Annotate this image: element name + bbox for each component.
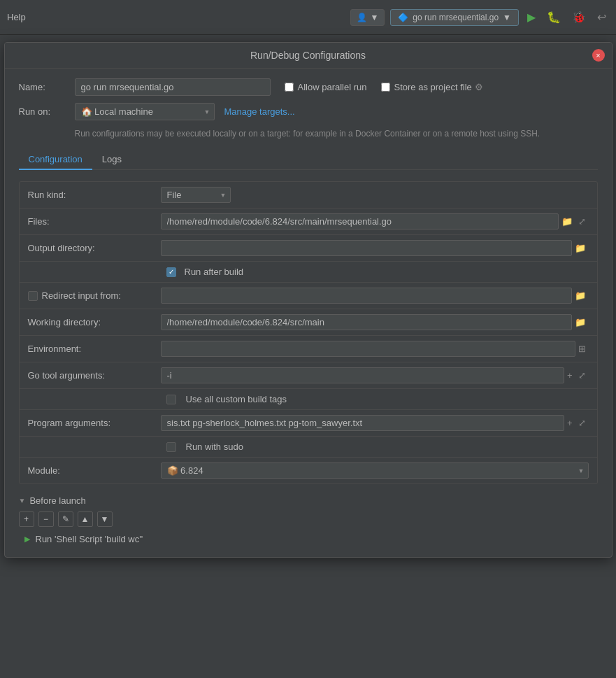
run-after-build-checkbox-icon: ✓ — [166, 267, 176, 277]
redirect-checkbox-icon[interactable] — [28, 291, 38, 301]
config-form: Run kind: File Files: — [19, 181, 598, 484]
menu-help[interactable]: Help — [7, 12, 26, 22]
run-kind-row: Run kind: File — [20, 182, 597, 209]
environment-label: Environment: — [28, 344, 161, 354]
before-launch-edit-button[interactable]: ✎ — [58, 511, 73, 527]
run-config-label: go run mrsequential.go — [413, 13, 499, 22]
collapse-arrow-icon[interactable]: ▼ — [19, 497, 26, 504]
go-tool-args-add-button[interactable]: + — [564, 369, 575, 382]
manage-targets-link[interactable]: Manage targets... — [224, 106, 295, 117]
module-label: Module: — [28, 465, 161, 476]
custom-tags-row: Use all custom build tags — [20, 389, 597, 410]
back-button[interactable]: ↩ — [594, 8, 609, 27]
custom-tags-checkbox-icon[interactable] — [166, 395, 176, 404]
dialog-body: Name: Allow parallel run Store as projec… — [5, 69, 612, 557]
before-launch-down-button[interactable]: ▼ — [97, 511, 113, 527]
run-with-sudo-row: Run with sudo — [20, 437, 597, 458]
store-project-text: Store as project file — [394, 82, 472, 92]
go-tool-args-expand-button[interactable]: ⤢ — [575, 369, 589, 382]
working-dir-value-area: 📁 — [161, 314, 589, 330]
run-with-sudo-label[interactable]: Run with sudo — [186, 442, 243, 452]
hint-text: Run configurations may be executed local… — [75, 127, 598, 140]
program-args-add-button[interactable]: + — [564, 416, 575, 430]
program-args-row: Program arguments: + ⤢ — [20, 410, 597, 437]
program-args-input[interactable] — [161, 415, 564, 431]
output-dir-input[interactable] — [161, 240, 572, 256]
run-after-build-label[interactable]: Run after build — [185, 267, 244, 277]
module-row: Module: 📦 6.824 — [20, 458, 597, 483]
custom-tags-label[interactable]: Use all custom build tags — [186, 394, 287, 404]
before-launch-item: ▶ Run 'Shell Script 'build wc'' — [19, 531, 598, 547]
environment-value-area: ⊞ — [161, 341, 589, 357]
close-button[interactable]: × — [592, 49, 605, 62]
before-launch-toolbar: + − ✎ ▲ ▼ — [19, 511, 598, 527]
plus-icon: + — [567, 370, 573, 381]
dialog-overlay: Run/Debug Configurations × Name: Allow p… — [4, 42, 613, 558]
debug-button[interactable]: 🐛 — [544, 8, 564, 27]
tab-configuration[interactable]: Configuration — [19, 150, 92, 170]
store-project-checkbox[interactable] — [381, 83, 390, 92]
run-kind-select-wrap: File — [161, 187, 231, 203]
files-expand-button[interactable]: ⤢ — [575, 215, 589, 228]
program-args-label: Program arguments: — [28, 418, 161, 428]
menu-area: Help — [7, 12, 26, 22]
run-on-row: Run on: 🏠 Local machine Manage targets..… — [19, 103, 598, 120]
run-kind-value-area: File — [161, 187, 589, 203]
files-label: Files: — [28, 216, 161, 227]
working-dir-row: Working directory: 📁 — [20, 309, 597, 336]
toolbar-center: 👤 ▼ 🔷 go run mrsequential.go ▼ ▶ 🐛 🐞 ↩ — [350, 8, 609, 27]
files-value-area: 📁 ⤢ — [161, 213, 589, 229]
go-tool-args-label: Go tool arguments: — [28, 370, 161, 381]
output-dir-folder-button[interactable]: 📁 — [572, 241, 589, 255]
before-launch-section: ▼ Before launch + − ✎ ▲ ▼ ▶ Run 'Shell S… — [19, 495, 598, 547]
redirect-input-label: Redirect input from: — [42, 290, 121, 301]
before-launch-item-label: Run 'Shell Script 'build wc'' — [36, 534, 143, 544]
redirect-input-field[interactable] — [161, 288, 572, 304]
go-tool-args-input[interactable] — [161, 367, 564, 383]
name-label: Name: — [19, 82, 75, 92]
settings-icon[interactable]: ⚙ — [475, 82, 483, 92]
program-args-expand-button[interactable]: ⤢ — [575, 416, 589, 430]
environment-expand-button[interactable]: ⊞ — [575, 342, 589, 355]
run-with-sudo-checkbox-icon[interactable] — [166, 442, 176, 452]
files-input[interactable] — [161, 213, 559, 229]
store-project-label: Store as project file — [381, 82, 472, 92]
run-kind-select[interactable]: File — [161, 187, 231, 203]
allow-parallel-checkbox[interactable] — [285, 83, 294, 92]
run-config-button[interactable]: 🔷 go run mrsequential.go ▼ — [390, 9, 519, 26]
redirect-input-row: Redirect input from: 📁 — [20, 283, 597, 309]
debug2-button[interactable]: 🐞 — [569, 8, 589, 27]
working-dir-folder-button[interactable]: 📁 — [572, 316, 589, 329]
redirect-value-area: 📁 — [161, 288, 589, 304]
run-config-dropdown-icon: ▼ — [503, 13, 511, 22]
dialog-title-bar: Run/Debug Configurations × — [5, 43, 612, 69]
module-value-area: 📦 6.824 — [161, 462, 589, 479]
name-input[interactable] — [75, 78, 271, 96]
before-launch-up-button[interactable]: ▲ — [78, 511, 93, 527]
working-folder-icon: 📁 — [575, 317, 586, 327]
run-button[interactable]: ▶ — [524, 8, 538, 27]
user-dropdown-arrow: ▼ — [370, 13, 378, 22]
go-tool-args-value-area: + ⤢ — [161, 367, 589, 383]
files-row: Files: 📁 ⤢ — [20, 209, 597, 235]
environment-input[interactable] — [161, 341, 575, 357]
go-tool-args-row: Go tool arguments: + ⤢ — [20, 362, 597, 389]
module-select[interactable]: 📦 6.824 — [161, 462, 589, 479]
redirect-folder-icon: 📁 — [575, 290, 586, 301]
run-on-select[interactable]: 🏠 Local machine — [75, 103, 215, 120]
before-launch-add-button[interactable]: + — [19, 511, 34, 527]
files-folder-button[interactable]: 📁 — [559, 215, 575, 228]
output-dir-row: Output directory: 📁 — [20, 235, 597, 262]
user-button[interactable]: 👤 ▼ — [350, 9, 385, 26]
working-dir-label: Working directory: — [28, 317, 161, 327]
before-launch-remove-button[interactable]: − — [38, 511, 54, 527]
run-after-build-row: ✓ Run after build — [20, 262, 597, 283]
module-select-wrap: 📦 6.824 — [161, 462, 589, 479]
working-dir-input[interactable] — [161, 314, 572, 330]
run-debug-dialog: Run/Debug Configurations × Name: Allow p… — [4, 42, 613, 558]
prog-expand-icon: ⤢ — [578, 418, 586, 428]
tab-logs[interactable]: Logs — [92, 150, 131, 170]
dialog-title: Run/Debug Configurations — [250, 50, 366, 61]
redirect-folder-button[interactable]: 📁 — [572, 289, 589, 302]
before-launch-title: Before launch — [29, 495, 85, 506]
